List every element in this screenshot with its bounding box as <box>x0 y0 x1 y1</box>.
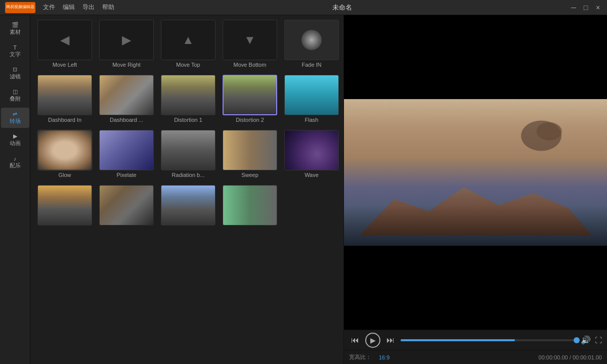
main-layout: 🎬 素材 T 文字 ⊡ 滤镜 ◫ 叠附 ⇌ 转场 ▶ 动画 ♪ 配乐 <box>0 15 607 364</box>
effect-label-move-right: Move Right <box>112 62 141 68</box>
effect-dashboard-out[interactable]: Dashboard ... <box>97 73 156 125</box>
effect-thumb-move-right <box>99 20 154 60</box>
effect-wave[interactable]: Wave <box>282 128 341 180</box>
left-sidebar: 🎬 素材 T 文字 ⊡ 滤镜 ◫ 叠附 ⇌ 转场 ▶ 动画 ♪ 配乐 <box>0 15 30 364</box>
effect-label-wave: Wave <box>305 172 319 178</box>
rewind-button[interactable]: ⏮ <box>349 334 361 346</box>
effect-thumb-wave <box>284 130 339 170</box>
effect-thumb-move-top <box>161 20 215 60</box>
effect-thumb-r2 <box>99 185 154 225</box>
effect-thumb-pixelate <box>99 130 154 170</box>
titlebar: 网易视频编辑器 文件 编辑 导出 帮助 未命名 ─ □ × <box>0 0 607 15</box>
sidebar-label-overlay: 叠附 <box>10 95 21 103</box>
effect-label-move-left: Move Left <box>53 62 77 68</box>
effect-label-dashboard-out: Dashboard ... <box>110 117 143 123</box>
sidebar-item-text[interactable]: T 文字 <box>1 41 29 61</box>
material-icon: 🎬 <box>12 22 19 28</box>
sidebar-item-music[interactable]: ♪ 配乐 <box>1 152 29 172</box>
effect-row4-3[interactable] <box>159 183 218 229</box>
effect-thumb-r3 <box>161 185 215 225</box>
play-button[interactable]: ▶ <box>365 333 380 348</box>
effect-move-top[interactable]: Move Top <box>159 18 218 70</box>
effect-glow[interactable]: Glow <box>35 128 94 180</box>
effect-fade-in[interactable]: Fade IN <box>282 18 341 70</box>
progress-fill <box>401 339 515 341</box>
sidebar-label-animation: 动画 <box>10 140 21 147</box>
effect-flash[interactable]: Flash <box>282 73 341 125</box>
progress-bar[interactable] <box>401 339 577 341</box>
effect-label-fade-in: Fade IN <box>301 62 321 68</box>
effect-move-left[interactable]: Move Left <box>35 18 94 70</box>
effect-radiation[interactable]: Radiation b... <box>159 128 218 180</box>
preview-svg <box>344 99 607 246</box>
app-logo: 网易视频编辑器 <box>5 2 35 13</box>
time-display: 00:00:00.00 / 00:00:01.00 <box>539 354 602 360</box>
effect-label-distortion1: Distortion 1 <box>174 117 202 123</box>
effect-thumb-distortion2 <box>223 75 277 115</box>
filter-icon: ⊡ <box>13 66 17 73</box>
time-total: 00:00:01.00 <box>573 354 602 360</box>
effect-label-pixelate: Pixelate <box>116 172 136 178</box>
close-button[interactable]: × <box>594 4 602 12</box>
effect-thumb-glow <box>37 130 92 170</box>
menu-file[interactable]: 文件 <box>43 3 55 12</box>
effect-label-move-bottom: Move Bottom <box>234 62 267 68</box>
effect-label-radiation: Radiation b... <box>172 172 205 178</box>
effect-sweep[interactable]: Sweep <box>221 128 279 180</box>
sidebar-item-filter[interactable]: ⊡ 滤镜 <box>1 63 29 83</box>
effect-label-move-top: Move Top <box>176 62 200 68</box>
effect-distortion2[interactable]: Distortion 2 <box>221 73 279 125</box>
animation-icon: ▶ <box>13 133 17 140</box>
effect-thumb-distortion1 <box>161 75 215 115</box>
effect-thumb-sweep <box>223 130 277 170</box>
menu-export[interactable]: 导出 <box>82 3 95 12</box>
forward-button[interactable]: ⏭ <box>384 334 397 346</box>
effect-dashboard-in[interactable]: Dashboard In <box>35 73 94 125</box>
effect-thumb-radiation <box>161 130 215 170</box>
effect-label-distortion2: Distortion 2 <box>236 117 264 123</box>
overlay-icon: ◫ <box>13 88 18 95</box>
time-current: 00:00:00.00 <box>539 354 568 360</box>
preview-area <box>344 15 607 330</box>
fade-icon-shape <box>301 30 322 50</box>
minimize-button[interactable]: ─ <box>570 4 578 12</box>
fullscreen-icon[interactable]: ⛶ <box>595 336 602 344</box>
transition-icon: ⇌ <box>13 111 17 117</box>
effect-thumb-flash <box>284 75 339 115</box>
window-title: 未命名 <box>332 3 352 12</box>
effects-grid: Move Left Move Right Move Top Move Botto… <box>30 15 343 364</box>
menu-help[interactable]: 帮助 <box>102 3 114 12</box>
effects-panel: Move Left Move Right Move Top Move Botto… <box>30 15 344 364</box>
effect-distortion1[interactable]: Distortion 1 <box>159 73 218 125</box>
effect-thumb-dashboard-out <box>99 75 154 115</box>
sidebar-label-text: 文字 <box>10 51 21 58</box>
titlebar-left: 网易视频编辑器 文件 编辑 导出 帮助 <box>5 2 114 13</box>
menu-edit[interactable]: 编辑 <box>63 3 75 12</box>
sidebar-item-animation[interactable]: ▶ 动画 <box>1 130 29 150</box>
effect-move-right[interactable]: Move Right <box>97 18 156 70</box>
effect-label-dashboard-in: Dashboard In <box>48 117 81 123</box>
effect-row4-1[interactable] <box>35 183 94 229</box>
sidebar-item-material[interactable]: 🎬 素材 <box>1 19 29 39</box>
preview-info-bar: 宽高比： 16:9 00:00:00.00 / 00:00:01.00 <box>344 350 607 364</box>
effect-row4-4[interactable] <box>221 183 279 229</box>
sidebar-item-overlay[interactable]: ◫ 叠附 <box>1 85 29 106</box>
maximize-button[interactable]: □ <box>582 4 590 12</box>
text-icon: T <box>13 44 17 51</box>
progress-thumb <box>574 337 580 343</box>
effect-pixelate[interactable]: Pixelate <box>97 128 156 180</box>
sidebar-item-transition[interactable]: ⇌ 转场 <box>1 108 29 128</box>
effect-label-sweep: Sweep <box>241 172 258 178</box>
menu-bar: 文件 编辑 导出 帮助 <box>43 3 114 12</box>
volume-icon[interactable]: 🔊 <box>581 335 591 345</box>
sidebar-label-material: 素材 <box>10 28 21 36</box>
preview-video <box>344 99 607 246</box>
effect-move-bottom[interactable]: Move Bottom <box>221 18 279 70</box>
effect-thumb-r1 <box>37 185 92 225</box>
music-icon: ♪ <box>14 156 17 162</box>
effect-label-flash: Flash <box>305 117 319 123</box>
effect-thumb-dashboard-in <box>37 75 92 115</box>
effect-row4-2[interactable] <box>97 183 156 229</box>
window-controls: ─ □ × <box>570 4 602 12</box>
effect-thumb-r4 <box>223 185 277 225</box>
